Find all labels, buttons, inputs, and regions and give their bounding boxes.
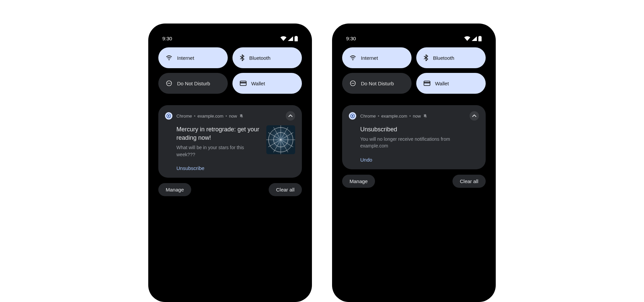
qs-tile-bluetooth[interactable]: Bluetooth — [232, 47, 302, 68]
bell-icon — [423, 114, 427, 118]
svg-point-6 — [168, 115, 170, 117]
battery-status-icon — [478, 36, 482, 41]
qs-tile-internet[interactable]: Internet — [158, 47, 228, 68]
status-time: 9:30 — [162, 36, 172, 41]
collapse-button[interactable] — [286, 111, 295, 121]
bluetooth-icon — [240, 54, 245, 61]
qs-tile-bluetooth[interactable]: Bluetooth — [416, 47, 486, 68]
notification-footer: Manage Clear all — [342, 175, 486, 188]
notification-title: Unsubscribed — [360, 125, 479, 134]
svg-point-7 — [353, 59, 353, 60]
separator-dot: • — [194, 114, 196, 119]
manage-button[interactable]: Manage — [158, 183, 191, 196]
separator-dot: • — [409, 114, 411, 119]
phone-mockup-right: 9:30 Internet Bluetooth Do — [332, 24, 496, 302]
battery-status-icon — [294, 36, 298, 41]
quick-settings: Internet Bluetooth Do Not Disturb Wallet — [158, 47, 302, 94]
wallet-icon — [424, 81, 430, 86]
notification-time: now — [229, 114, 237, 119]
qs-tile-label: Do Not Disturb — [177, 81, 210, 86]
qs-tile-dnd[interactable]: Do Not Disturb — [342, 73, 412, 94]
notification-app-name: Chrome — [176, 114, 192, 119]
chrome-app-icon — [349, 112, 356, 120]
notification-body: Mercury in retrograde: get your reading … — [165, 125, 295, 158]
qs-tile-internet[interactable]: Internet — [342, 47, 412, 68]
notification-header: Chrome • example.com • now — [349, 111, 479, 121]
status-icons — [280, 36, 298, 41]
wifi-icon — [166, 55, 172, 60]
signal-status-icon — [288, 36, 293, 41]
svg-point-0 — [169, 59, 169, 60]
qs-tile-label: Wallet — [435, 81, 449, 86]
qs-tile-label: Internet — [177, 55, 194, 61]
unsubscribe-button[interactable]: Unsubscribe — [165, 165, 295, 171]
qs-tile-label: Bluetooth — [249, 55, 270, 61]
notification-card[interactable]: Chrome • example.com • now Unsubscribed — [342, 105, 486, 169]
svg-rect-11 — [424, 82, 430, 83]
separator-dot: • — [378, 114, 379, 119]
qs-tile-wallet[interactable]: Wallet — [232, 73, 302, 94]
dnd-icon — [350, 80, 356, 87]
phone-mockup-left: 9:30 Internet Bluetooth Do — [148, 24, 312, 302]
qs-tile-label: Wallet — [251, 81, 265, 86]
manage-button[interactable]: Manage — [342, 175, 375, 188]
status-time: 9:30 — [346, 36, 356, 41]
svg-point-13 — [352, 115, 354, 117]
qs-tile-label: Bluetooth — [433, 55, 454, 61]
notification-app-name: Chrome — [360, 114, 376, 119]
bell-icon — [239, 114, 244, 118]
quick-settings: Internet Bluetooth Do Not Disturb Wallet — [342, 47, 486, 94]
separator-dot: • — [225, 114, 227, 119]
dnd-icon — [166, 80, 172, 87]
status-bar: 9:30 — [342, 34, 486, 47]
qs-tile-dnd[interactable]: Do Not Disturb — [158, 73, 228, 94]
wifi-icon — [350, 55, 356, 60]
undo-button[interactable]: Undo — [349, 157, 479, 163]
notification-title: Mercury in retrograde: get your reading … — [176, 125, 262, 142]
status-icons — [464, 36, 482, 41]
clear-all-button[interactable]: Clear all — [269, 183, 302, 196]
svg-rect-4 — [240, 82, 246, 83]
wifi-status-icon — [464, 36, 470, 41]
notification-site: example.com — [198, 114, 223, 119]
chevron-up-icon — [288, 115, 292, 117]
qs-tile-wallet[interactable]: Wallet — [416, 73, 486, 94]
qs-tile-label: Do Not Disturb — [361, 81, 394, 86]
wifi-status-icon — [280, 36, 286, 41]
notification-header: Chrome • example.com • now — [165, 111, 295, 121]
wallet-icon — [240, 81, 247, 86]
qs-tile-label: Internet — [361, 55, 378, 61]
notification-time: now — [413, 114, 421, 119]
notification-subtitle: What will be in your stars for this week… — [176, 144, 262, 158]
chevron-up-icon — [472, 115, 476, 117]
notification-subtitle: You will no longer receive notifications… — [360, 136, 479, 149]
notification-card[interactable]: Chrome • example.com • now Mercury in re… — [158, 105, 302, 178]
notification-footer: Manage Clear all — [158, 183, 302, 196]
bluetooth-icon — [424, 54, 428, 61]
signal-status-icon — [472, 36, 477, 41]
notification-thumbnail — [266, 125, 295, 154]
notification-site: example.com — [381, 114, 407, 119]
screen: 9:30 Internet Bluetooth Do — [337, 28, 491, 297]
screen: 9:30 Internet Bluetooth Do — [153, 28, 307, 297]
clear-all-button[interactable]: Clear all — [452, 175, 486, 188]
collapse-button[interactable] — [470, 111, 479, 121]
status-bar: 9:30 — [158, 34, 302, 47]
chrome-app-icon — [165, 112, 172, 120]
notification-body: Unsubscribed You will no longer receive … — [349, 125, 479, 149]
